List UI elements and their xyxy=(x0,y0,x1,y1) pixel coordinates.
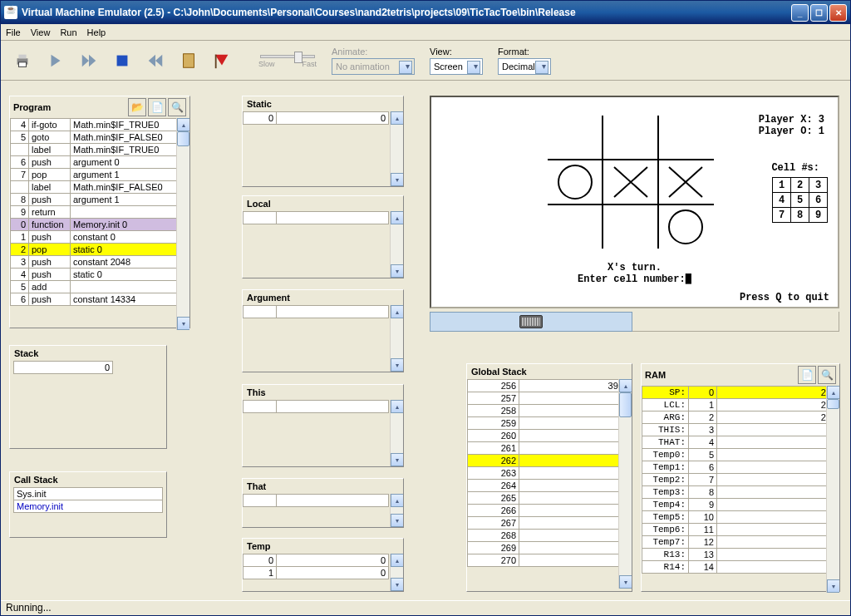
that-panel: That▴▾ xyxy=(242,478,404,528)
cells-title: Cell #s: xyxy=(771,162,819,174)
close-button[interactable]: ✕ xyxy=(829,4,847,22)
argument-panel: Argument▴▾ xyxy=(242,289,404,372)
format-dropdown[interactable]: Format: Decimal xyxy=(498,47,551,75)
program-scrollbar[interactable]: ▴▾ xyxy=(176,118,189,330)
svg-rect-2 xyxy=(18,62,26,67)
menu-file[interactable]: File xyxy=(6,27,21,37)
minimize-button[interactable]: _ xyxy=(791,4,809,22)
new-file-button[interactable]: 📄 xyxy=(148,98,166,116)
cell-guide: 123 456 789 xyxy=(772,177,828,223)
view-dropdown[interactable]: View: Screen xyxy=(430,47,483,75)
svg-rect-5 xyxy=(215,54,217,68)
quit-text: Press Q to quit xyxy=(740,292,829,303)
workarea: Program 📂 📄 🔍 4if-gotoMath.min$IF_TRUE05… xyxy=(1,81,850,600)
speed-slider[interactable]: SlowFast xyxy=(258,53,317,68)
tic-tac-toe-board xyxy=(548,116,714,249)
svg-rect-3 xyxy=(117,55,128,66)
titlebar[interactable]: Virtual Machine Emulator (2.5) - C:\John… xyxy=(1,1,850,24)
screen-canvas: Player X: 3 Player O: 1 Cell #s: 123 456… xyxy=(430,96,839,308)
menubar: File View Run Help xyxy=(1,24,850,41)
ram-table[interactable]: SP:0262LCL:1261ARG:2256THIS:30THAT:40Tem… xyxy=(642,386,839,574)
program-panel: Program 📂 📄 🔍 4if-gotoMath.min$IF_TRUE05… xyxy=(9,96,190,328)
print-button[interactable] xyxy=(9,47,36,74)
script-button[interactable] xyxy=(175,47,202,74)
score-o: Player O: 1 xyxy=(759,126,824,137)
globalstack-table[interactable]: 2563958257025802590260026102620263026402… xyxy=(467,379,632,567)
statusbar: Running... xyxy=(1,600,850,615)
turn-text: X's turn. xyxy=(431,262,838,274)
local-panel: Local▴▾ xyxy=(242,195,404,278)
keyboard-icon xyxy=(519,315,543,328)
svg-rect-4 xyxy=(184,53,194,67)
toolbar: SlowFast Animate: No animation View: Scr… xyxy=(1,41,850,81)
score-x: Player X: 3 xyxy=(759,114,824,126)
menu-run[interactable]: Run xyxy=(60,27,76,37)
this-panel: This▴▾ xyxy=(242,384,404,467)
rewind-button[interactable] xyxy=(142,47,169,74)
menu-help[interactable]: Help xyxy=(87,27,106,37)
keyboard-input[interactable] xyxy=(430,312,632,332)
stack-panel: Stack 0 xyxy=(9,345,167,449)
find-button[interactable]: 🔍 xyxy=(168,98,186,116)
svg-point-11 xyxy=(669,210,702,244)
open-folder-button[interactable]: 📂 xyxy=(128,98,146,116)
svg-point-10 xyxy=(558,165,592,199)
svg-rect-1 xyxy=(18,54,26,58)
ram-panel: RAM 📄 🔍 SP:0262LCL:1261ARG:2256THIS:30TH… xyxy=(641,363,840,592)
fast-forward-button[interactable] xyxy=(76,47,102,74)
window-title: Virtual Machine Emulator (2.5) - C:\John… xyxy=(22,7,791,18)
app-window: Virtual Machine Emulator (2.5) - C:\John… xyxy=(0,0,851,616)
animate-dropdown[interactable]: Animate: No animation xyxy=(332,47,415,75)
menu-view[interactable]: View xyxy=(31,27,51,37)
ram-save-button[interactable]: 📄 xyxy=(798,366,816,384)
globalstack-scrollbar[interactable]: ▴▾ xyxy=(618,379,632,589)
callstack-panel: Call Stack Sys.initMemory.init xyxy=(9,471,167,538)
java-icon xyxy=(4,6,17,19)
step-button[interactable] xyxy=(42,47,69,74)
static-panel: Static00▴▾ xyxy=(242,96,404,187)
program-table[interactable]: 4if-gotoMath.min$IF_TRUE05gotoMath.min$I… xyxy=(10,118,189,306)
breakpoint-button[interactable] xyxy=(209,47,235,74)
stop-button[interactable] xyxy=(109,47,135,74)
ram-scrollbar[interactable]: ▴▾ xyxy=(826,386,839,593)
ram-find-button[interactable]: 🔍 xyxy=(818,366,836,384)
maximize-button[interactable]: ☐ xyxy=(810,4,828,22)
globalstack-panel: Global Stack 256395825702580259026002610… xyxy=(466,363,632,592)
temp-panel: Temp0010▴▾ xyxy=(242,538,404,592)
prompt-text: Enter cell number:█ xyxy=(431,274,838,285)
